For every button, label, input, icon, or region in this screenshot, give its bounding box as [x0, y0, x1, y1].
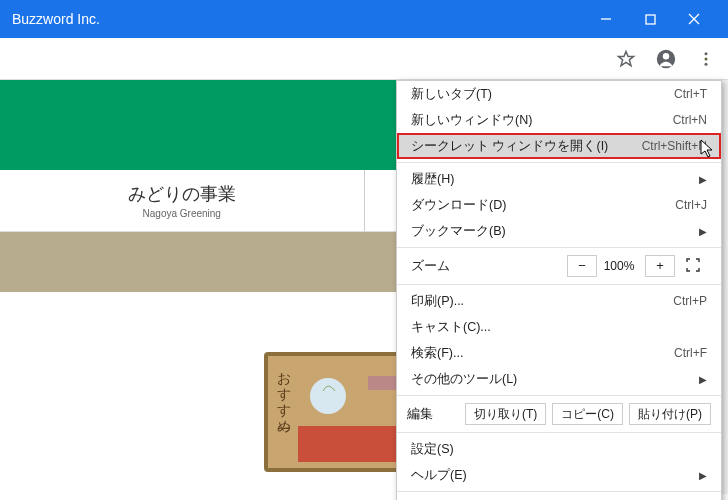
- zoom-level: 100%: [597, 259, 641, 273]
- menu-separator: [397, 432, 721, 433]
- minimize-button[interactable]: [584, 0, 628, 38]
- menu-zoom: ズーム − 100% +: [397, 251, 721, 281]
- menu-separator: [397, 395, 721, 396]
- menu-exit[interactable]: 終了(X): [397, 495, 721, 500]
- nav-label-jp: みどりの事業: [128, 182, 236, 206]
- menu-separator: [397, 284, 721, 285]
- fullscreen-icon: [686, 258, 700, 272]
- menu-bookmarks[interactable]: ブックマーク(B)▶: [397, 218, 721, 244]
- paste-button[interactable]: 貼り付け(P): [629, 403, 711, 425]
- close-icon: [688, 13, 700, 25]
- menu-new-tab[interactable]: 新しいタブ(T)Ctrl+T: [397, 81, 721, 107]
- svg-rect-10: [368, 376, 396, 390]
- minimize-icon: [600, 13, 612, 25]
- chevron-right-icon: ▶: [699, 374, 707, 385]
- window-title: Buzzword Inc.: [12, 11, 584, 27]
- star-icon[interactable]: [614, 47, 638, 71]
- menu-new-window[interactable]: 新しいウィンドウ(N)Ctrl+N: [397, 107, 721, 133]
- titlebar: Buzzword Inc.: [0, 0, 728, 38]
- svg-point-7: [705, 57, 708, 60]
- svg-point-6: [705, 52, 708, 55]
- menu-downloads[interactable]: ダウンロード(D)Ctrl+J: [397, 192, 721, 218]
- kebab-menu-icon[interactable]: [694, 47, 718, 71]
- menu-cast[interactable]: キャスト(C)...: [397, 314, 721, 340]
- chrome-menu: 新しいタブ(T)Ctrl+T 新しいウィンドウ(N)Ctrl+N シークレット …: [396, 80, 722, 500]
- menu-find[interactable]: 検索(F)...Ctrl+F: [397, 340, 721, 366]
- fullscreen-button[interactable]: [679, 258, 707, 275]
- maximize-button[interactable]: [628, 0, 672, 38]
- browser-toolbar: [0, 38, 728, 80]
- chevron-right-icon: ▶: [699, 470, 707, 481]
- svg-point-8: [705, 62, 708, 65]
- cut-button[interactable]: 切り取り(T): [465, 403, 546, 425]
- svg-rect-1: [646, 15, 655, 24]
- copy-button[interactable]: コピー(C): [552, 403, 623, 425]
- menu-settings[interactable]: 設定(S): [397, 436, 721, 462]
- menu-incognito[interactable]: シークレット ウィンドウを開く(I)Ctrl+Shift+N: [397, 133, 721, 159]
- nav-label-en: Nagoya Greening: [143, 208, 221, 219]
- window-controls: [584, 0, 716, 38]
- menu-separator: [397, 247, 721, 248]
- zoom-out-button[interactable]: −: [567, 255, 597, 277]
- menu-separator: [397, 491, 721, 492]
- close-button[interactable]: [672, 0, 716, 38]
- menu-history[interactable]: 履歴(H)▶: [397, 166, 721, 192]
- profile-icon[interactable]: [654, 47, 678, 71]
- svg-point-9: [310, 378, 346, 414]
- maximize-icon: [645, 14, 656, 25]
- svg-point-5: [663, 53, 669, 59]
- menu-more-tools[interactable]: その他のツール(L)▶: [397, 366, 721, 392]
- menu-separator: [397, 162, 721, 163]
- scrollbar[interactable]: [722, 80, 728, 494]
- menu-edit-row: 編集 切り取り(T) コピー(C) 貼り付け(P): [397, 399, 721, 429]
- menu-help[interactable]: ヘルプ(E)▶: [397, 462, 721, 488]
- menu-print[interactable]: 印刷(P)...Ctrl+P: [397, 288, 721, 314]
- zoom-in-button[interactable]: +: [645, 255, 675, 277]
- nav-item-greening[interactable]: みどりの事業 Nagoya Greening: [0, 170, 365, 231]
- chevron-right-icon: ▶: [699, 226, 707, 237]
- chevron-right-icon: ▶: [699, 174, 707, 185]
